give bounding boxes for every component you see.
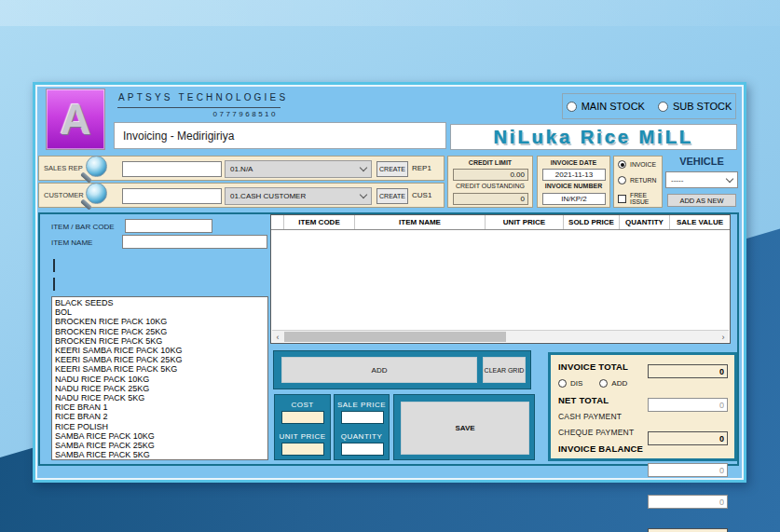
invoice-total-label: INVOICE TOTAL (558, 361, 628, 372)
grid-column-header[interactable]: SALE VALUE (670, 215, 730, 229)
cash-payment-label: CASH PAYMENT (558, 412, 622, 421)
mode-invoice-radio-dot[interactable] (618, 160, 626, 169)
add-adjust-radio[interactable]: ADD (599, 379, 627, 388)
app-logo: A (46, 89, 105, 150)
sales-rep-search-input[interactable] (122, 161, 222, 177)
invoice-date-value[interactable]: 2021-11-13 (542, 169, 606, 181)
vehicle-add-as-new-button[interactable]: ADD AS NEW (667, 194, 736, 207)
invoice-balance-row: INVOICE BALANCE (551, 442, 734, 456)
list-item[interactable]: NADU RICE PACK 10KG (55, 375, 267, 384)
item-listbox[interactable]: BLACK SEEDS BOL BROCKEN RICE PACK 10KG B… (51, 296, 268, 460)
grid-body-empty (271, 230, 730, 318)
grid-column-header[interactable]: ITEM CODE (284, 215, 355, 229)
grid-row-header-stub (271, 215, 284, 229)
unit-price-input[interactable] (281, 443, 324, 456)
sales-rep-label: SALES REP (44, 157, 83, 180)
cheque-payment-input[interactable] (648, 495, 728, 509)
free-issue-checkbox-row[interactable]: FREE ISSUE (618, 192, 662, 205)
company-underline (117, 107, 281, 108)
brand-name: NiLuka Rice MiLL (494, 127, 694, 148)
list-item[interactable]: BOL (55, 307, 267, 317)
add-button[interactable]: ADD (281, 357, 477, 383)
sub-stock-label: SUB STOCK (673, 101, 732, 112)
free-issue-checkbox[interactable] (618, 195, 626, 203)
list-item[interactable]: RICE POLISH (55, 422, 267, 431)
list-item[interactable]: KEERI SAMBA RICE PACK 10KG (55, 346, 267, 355)
mode-return-radio[interactable]: RETURN (618, 176, 662, 184)
vehicle-label: VEHICLE (665, 156, 738, 167)
customer-dropdown[interactable]: 01.CASH CUSTOMER (225, 187, 372, 205)
credit-outstanding-value: 0 (453, 193, 528, 205)
invoice-grid: ITEM CODE ITEM NAME UNIT PRICE SOLD PRIC… (270, 214, 731, 344)
grid-column-header[interactable]: QUANTITY (620, 215, 670, 229)
grid-horizontal-scrollbar[interactable]: ‹ › (272, 330, 729, 342)
sales-rep-dropdown-value: 01.N/A (230, 165, 253, 173)
list-item[interactable]: SAMBA RICE PACK 25KG (55, 441, 267, 450)
search-icon[interactable] (82, 155, 110, 183)
search-icon-lens (86, 183, 107, 204)
net-total-label: NET TOTAL (558, 395, 609, 405)
mode-return-radio-dot[interactable] (618, 176, 626, 184)
sub-stock-radio-dot[interactable] (658, 102, 668, 112)
customer-create-button[interactable]: CREATE (376, 188, 408, 204)
list-item[interactable]: BLACK SEEDS (55, 298, 267, 307)
list-item[interactable]: RICE BRAN 1 (55, 402, 267, 412)
customer-search-input[interactable] (122, 188, 222, 204)
customer-row: CUSTOMER 01.CASH CUSTOMER CREATE CUS1 (38, 183, 445, 208)
quantity-input[interactable] (341, 443, 384, 456)
save-button[interactable]: SAVE (401, 402, 529, 455)
sales-rep-tag: REP1 (412, 157, 431, 180)
mode-invoice-label: INVOICE (630, 161, 656, 168)
list-item[interactable]: KEERI SAMBA RICE PACK 25KG (55, 355, 267, 364)
cost-label: COST (275, 401, 330, 409)
cash-payment-row: CASH PAYMENT (551, 409, 734, 423)
company-name: APTSYS TECHNOLOGIES (118, 92, 323, 102)
list-item[interactable]: NADU RICE PACK 25KG (55, 384, 267, 393)
list-item[interactable]: RICE BRAN 2 (55, 412, 267, 421)
grid-column-header[interactable]: ITEM NAME (355, 215, 486, 229)
mode-invoice-radio[interactable]: INVOICE (618, 160, 662, 169)
sale-price-input[interactable] (341, 411, 384, 424)
wallpaper-top-band (0, 0, 780, 26)
list-item[interactable]: SAMBA RICE PACK 10KG (55, 431, 267, 441)
add-adjust-label: ADD (611, 379, 627, 388)
invoice-number-value[interactable]: IN/KP/2 (542, 193, 606, 205)
scrollbar-thumb[interactable] (284, 332, 506, 342)
sales-rep-create-button[interactable]: CREATE (376, 161, 408, 177)
sales-rep-dropdown[interactable]: 01.N/A (225, 160, 372, 178)
list-item[interactable]: BROCKEN RICE PACK 5KG (55, 336, 267, 346)
add-actions-panel: ADD CLEAR GRID (273, 350, 531, 389)
main-stock-radio-dot[interactable] (567, 102, 577, 112)
main-stock-radio[interactable]: MAIN STOCK (567, 101, 645, 112)
list-item[interactable]: BROCKEN RICE PACK 25KG (55, 327, 267, 336)
clear-grid-button[interactable]: CLEAR GRID (483, 357, 526, 383)
discount-radio-dot[interactable] (558, 379, 567, 388)
discount-radio[interactable]: DIS (558, 379, 582, 388)
brand-banner: NiLuka Rice MiLL (450, 124, 737, 150)
desktop-wallpaper: A APTSYS TECHNOLOGIES 0777968510 Invoici… (0, 0, 780, 532)
grid-column-header[interactable]: UNIT PRICE (486, 215, 564, 229)
sale-price-label: SALE PRICE (335, 401, 389, 409)
unit-price-label: UNIT PRICE (275, 432, 330, 441)
vehicle-dropdown[interactable]: ----- (665, 171, 738, 188)
add-adjust-radio-dot[interactable] (599, 379, 608, 388)
grid-column-header[interactable]: SOLD PRICE (564, 215, 620, 229)
totals-panel: INVOICE TOTAL DIS ADD NET TOTAL (548, 352, 737, 461)
customer-label: CUSTOMER (44, 184, 84, 207)
item-barcode-input[interactable] (125, 219, 212, 233)
list-item[interactable]: BROCKEN RICE PACK 10KG (55, 317, 267, 326)
list-item[interactable]: SAMBA RICE PACK 5KG (55, 450, 267, 459)
invoice-work-area: ITEM / BAR CODE ITEM NAME BLACK SEEDS BO… (38, 212, 739, 466)
cost-input[interactable] (281, 411, 324, 424)
search-icon-lens (86, 156, 107, 177)
item-name-input[interactable] (122, 235, 267, 249)
invoice-date-label: INVOICE DATE (538, 159, 609, 166)
text-cursor-mark (53, 278, 55, 291)
list-item[interactable]: KEERI SAMBA RICE PACK 5KG (55, 364, 267, 374)
sub-stock-radio[interactable]: SUB STOCK (658, 101, 732, 112)
scroll-right-icon[interactable]: › (718, 331, 729, 343)
cash-payment-input[interactable] (648, 463, 728, 477)
list-item[interactable]: NADU RICE PACK 5KG (55, 393, 267, 402)
scroll-left-icon[interactable]: ‹ (272, 331, 283, 343)
search-icon[interactable] (82, 182, 110, 210)
